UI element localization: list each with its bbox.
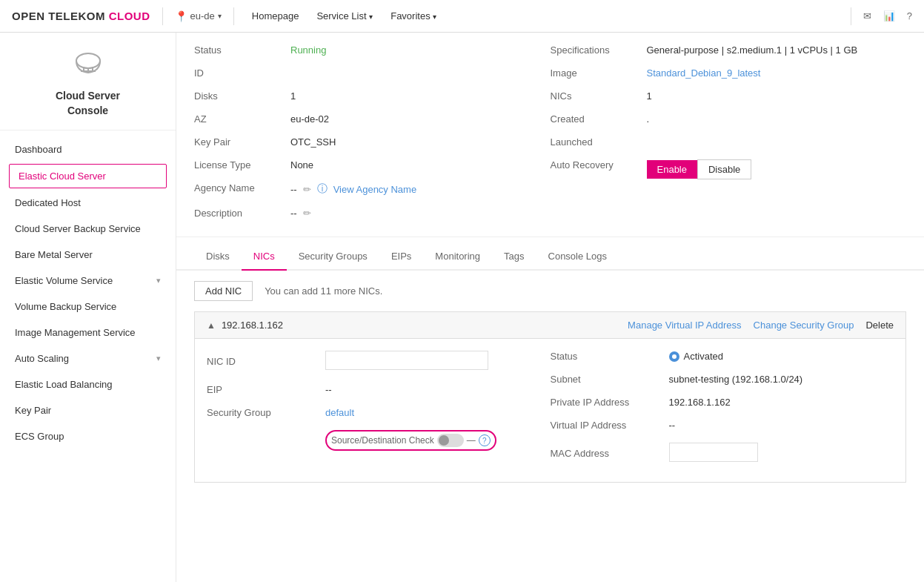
nav-divider3 (851, 7, 851, 25)
sidebar-item-elastic-load-balancing[interactable]: Elastic Load Balancing (0, 371, 176, 397)
eip-value: -- (325, 384, 332, 395)
status-row: Status Running (194, 39, 551, 62)
brand-logo: OPEN TELEKOM CLOUD (12, 10, 150, 22)
sidebar-item-dedicated-host[interactable]: Dedicated Host (0, 190, 176, 216)
manage-virtual-ip-link[interactable]: Manage Virtual IP Address (628, 320, 741, 331)
sidebar-item-auto-scaling[interactable]: Auto Scaling ▾ (0, 345, 176, 371)
region-selector[interactable]: 📍 eu-de ▾ (175, 10, 222, 22)
mac-input (669, 443, 758, 462)
nic-id-value (325, 351, 488, 372)
tab-console-logs[interactable]: Console Logs (536, 243, 619, 271)
image-label: Image (551, 67, 647, 79)
virtual-ip-row: Virtual IP Address -- (551, 414, 894, 437)
enable-button[interactable]: Enable (647, 160, 697, 179)
nic-status-value: Activated (669, 351, 723, 362)
created-label: Created (551, 113, 647, 125)
sg-value[interactable]: default (325, 407, 354, 418)
agency-help-icon[interactable]: ⓘ (317, 182, 328, 196)
created-row: Created . (551, 108, 907, 130)
disks-label: Disks (194, 90, 290, 102)
layout: Cloud ServerConsole Dashboard Elastic Cl… (0, 33, 924, 582)
description-label: Description (194, 208, 290, 219)
mac-address-value (669, 443, 758, 464)
private-ip-value: 192.168.1.162 (669, 397, 731, 408)
license-value: None (290, 159, 313, 171)
mail-icon[interactable]: ✉ (863, 10, 871, 22)
nav-homepage[interactable]: Homepage (252, 10, 299, 22)
sidebar-item-ecs-group[interactable]: ECS Group (0, 423, 176, 449)
nav-right: ✉ 📊 ? (851, 7, 912, 25)
sidebar: Cloud ServerConsole Dashboard Elastic Cl… (0, 33, 176, 582)
id-label: ID (194, 67, 290, 79)
region-chevron-icon: ▾ (218, 12, 222, 20)
source-dest-text: Source/Destination Check (331, 435, 434, 446)
description-value: -- ✏ (290, 208, 314, 219)
launched-row: Launched (551, 130, 907, 153)
tab-nics[interactable]: NICs (242, 243, 287, 271)
source-dest-row: Source/Destination Check — ? (207, 424, 551, 457)
chart-icon[interactable]: 📊 (883, 10, 895, 22)
nav-divider (162, 7, 163, 25)
change-security-group-link[interactable]: Change Security Group (754, 320, 854, 331)
nics-row: NICs 1 (551, 85, 907, 108)
region-label: eu-de (190, 10, 215, 22)
sidebar-item-elastic-cloud-server[interactable]: Elastic Cloud Server (9, 164, 167, 188)
sidebar-item-image-management[interactable]: Image Management Service (0, 320, 176, 345)
toggle-dash: — (467, 435, 476, 446)
collapse-icon[interactable]: ▲ (207, 320, 216, 331)
help-icon[interactable]: ? (907, 10, 912, 22)
elastic-volume-chevron-icon: ▾ (156, 276, 161, 285)
sidebar-item-bare-metal-server[interactable]: Bare Metal Server (0, 242, 176, 268)
az-label: AZ (194, 113, 290, 125)
sidebar-item-dashboard[interactable]: Dashboard (0, 136, 176, 162)
eip-row: EIP -- (207, 378, 551, 401)
tab-security-groups[interactable]: Security Groups (287, 243, 379, 271)
auto-recovery-controls: Enable Disable (647, 159, 752, 179)
subnet-label: Subnet (551, 374, 669, 385)
agency-value: -- ✏ ⓘ View Agency Name (290, 182, 416, 196)
specs-value: General-purpose | s2.medium.1 | 1 vCPUs … (647, 44, 858, 56)
info-right-column: Specifications General-purpose | s2.medi… (551, 39, 907, 225)
info-left-column: Status Running ID Disks 1 AZ eu-de-02 Ke… (194, 39, 551, 225)
sg-label: Security Group (207, 407, 325, 418)
subnet-value: subnet-testing (192.168.1.0/24) (669, 374, 803, 385)
private-ip-row: Private IP Address 192.168.1.162 (551, 391, 894, 414)
status-value: Running (290, 44, 326, 56)
nic-status-label: Status (551, 351, 669, 362)
tab-disks[interactable]: Disks (194, 243, 242, 271)
description-edit-icon[interactable]: ✏ (303, 208, 311, 219)
subnet-row: Subnet subnet-testing (192.168.1.0/24) (551, 368, 894, 391)
add-nic-button[interactable]: Add NIC (194, 281, 253, 301)
auto-scaling-chevron-icon: ▾ (156, 354, 161, 363)
view-agency-link[interactable]: View Agency Name (333, 184, 417, 195)
sidebar-item-cloud-server-backup[interactable]: Cloud Server Backup Service (0, 216, 176, 242)
disks-value: 1 (290, 90, 296, 102)
sidebar-item-volume-backup-service[interactable]: Volume Backup Service (0, 294, 176, 320)
nic-id-input (325, 351, 488, 370)
license-row: License Type None (194, 153, 551, 176)
delete-nic-link[interactable]: Delete (865, 320, 894, 331)
nic-status-row: Status Activated (551, 345, 894, 368)
nic-toolbar: Add NIC You can add 11 more NICs. (176, 271, 924, 311)
keypair-label: Key Pair (194, 136, 290, 148)
toggle-thumb (439, 435, 449, 446)
tab-tags[interactable]: Tags (492, 243, 536, 271)
sidebar-item-key-pair[interactable]: Key Pair (0, 397, 176, 423)
image-value[interactable]: Standard_Debian_9_latest (647, 67, 761, 79)
tab-eips[interactable]: EIPs (379, 243, 423, 271)
specs-row: Specifications General-purpose | s2.medi… (551, 39, 907, 62)
source-dest-help-icon[interactable]: ? (479, 434, 491, 446)
sidebar-item-elastic-volume-service[interactable]: Elastic Volume Service ▾ (0, 268, 176, 294)
sidebar-menu: Dashboard Elastic Cloud Server Dedicated… (0, 130, 176, 455)
agency-edit-icon[interactable]: ✏ (303, 184, 311, 195)
image-row: Image Standard_Debian_9_latest (551, 62, 907, 85)
source-dest-toggle[interactable] (437, 434, 464, 447)
nav-service-list[interactable]: Service List ▾ (316, 10, 373, 22)
agency-row: Agency Name -- ✏ ⓘ View Agency Name (194, 176, 551, 202)
nav-links: Homepage Service List ▾ Favorites ▾ (252, 10, 437, 22)
tab-monitoring[interactable]: Monitoring (423, 243, 492, 271)
status-label: Status (194, 44, 290, 56)
nav-favorites[interactable]: Favorites ▾ (390, 10, 436, 22)
disable-button[interactable]: Disable (697, 159, 751, 179)
service-list-chevron-icon: ▾ (369, 13, 373, 21)
